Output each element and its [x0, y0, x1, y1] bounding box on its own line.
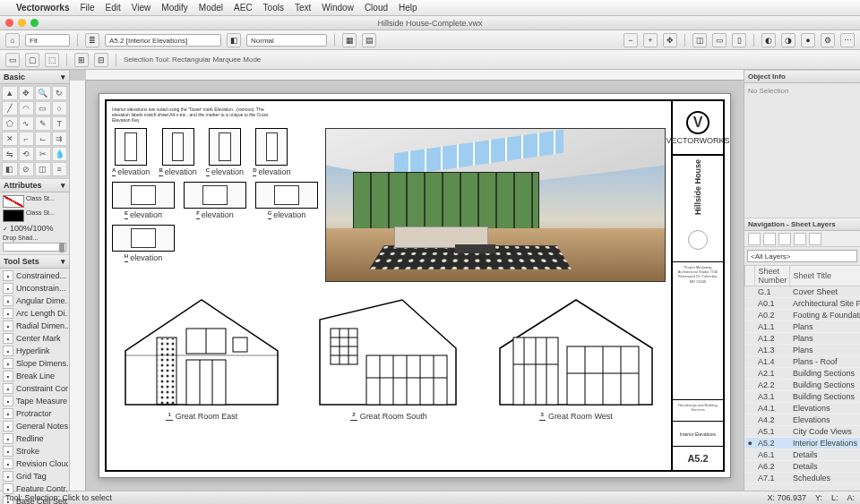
sheet-layer-row[interactable]: A1.3Plans: [745, 345, 861, 356]
vis-cell[interactable]: [745, 473, 755, 484]
fillet-tool[interactable]: ⌐: [19, 132, 35, 146]
elevation-1[interactable]: 1Great Room East: [116, 293, 287, 421]
fit-selector[interactable]: Fit: [25, 34, 70, 47]
align-tool[interactable]: ≡: [52, 162, 68, 176]
attr-tool[interactable]: ◧: [2, 162, 18, 176]
vis-cell[interactable]: [745, 461, 755, 473]
line-tool[interactable]: ╱: [2, 101, 18, 115]
canvas-viewport[interactable]: Interior elevations are noted using the …: [86, 81, 744, 491]
toolsets-header[interactable]: Tool Sets▾: [0, 254, 69, 269]
toolset-item[interactable]: •Arc Length Di...: [1, 307, 68, 320]
view-top-button[interactable]: ▭: [712, 33, 727, 47]
toolset-item[interactable]: •Slope Dimens...: [1, 357, 68, 370]
toolset-item[interactable]: •Revision Cloud: [1, 457, 68, 470]
drop-shadow-select[interactable]: Drop Shad...: [3, 235, 66, 241]
vis-cell[interactable]: [745, 345, 755, 356]
menu-tools[interactable]: Tools: [263, 3, 284, 13]
nav-filter-select[interactable]: <All Layers>: [747, 250, 857, 262]
collapse-icon[interactable]: ▾: [61, 181, 65, 190]
sheet-layer-row[interactable]: A0.2Footing & Foundation Pl...: [745, 310, 861, 321]
toolset-item[interactable]: •Redline: [1, 432, 68, 445]
render-btn-2[interactable]: ◑: [781, 33, 796, 47]
close-icon[interactable]: [5, 19, 13, 27]
sheet-layer-row[interactable]: A7.1Schedules: [745, 473, 861, 484]
sheet-layer-row[interactable]: A3.1Building Sections: [745, 391, 861, 403]
sheet-layer-row[interactable]: A4.1Elevations: [745, 403, 861, 414]
navigation-header[interactable]: Navigation - Sheet Layers: [744, 218, 860, 231]
toolset-item[interactable]: •Radial Dimen...: [1, 320, 68, 332]
zoom-tool[interactable]: 🔍: [35, 86, 51, 100]
col-vis[interactable]: [745, 266, 755, 286]
nav-btn-3[interactable]: [778, 233, 791, 245]
more-button[interactable]: ⋯: [840, 33, 855, 47]
toolset-item[interactable]: •Hyperlink: [1, 345, 68, 357]
circle-tool[interactable]: ○: [52, 101, 68, 115]
vis-cell[interactable]: [745, 321, 755, 333]
sheet-layer-row[interactable]: A6.1Details: [745, 449, 861, 461]
menu-modify[interactable]: Modify: [161, 3, 187, 13]
sheet-layer-row[interactable]: A2.1Building Sections: [745, 368, 861, 380]
vis-cell[interactable]: [745, 368, 755, 380]
legend-item-C[interactable]: Celevation: [206, 128, 244, 176]
rotate-tool[interactable]: ⟲: [19, 147, 35, 161]
mode-btn-1[interactable]: ▭: [5, 53, 20, 67]
sheet-layer-row[interactable]: A2.2Building Sections: [745, 380, 861, 391]
toolset-item[interactable]: •Constrained...: [1, 269, 68, 282]
pen-swatch[interactable]: [3, 209, 24, 222]
layer-button[interactable]: ≣: [85, 33, 99, 47]
offset-tool[interactable]: ⇉: [52, 132, 68, 146]
sheet-layer[interactable]: Interior elevations are noted using the …: [99, 93, 731, 478]
menu-cloud[interactable]: Cloud: [365, 3, 388, 13]
menu-model[interactable]: Model: [199, 3, 223, 13]
view-iso-button[interactable]: ◫: [692, 33, 707, 47]
zoom-out-button[interactable]: −: [624, 33, 638, 47]
attributes-palette-header[interactable]: Attributes▾: [0, 178, 69, 192]
home-button[interactable]: ⌂: [5, 33, 20, 47]
fill-swatch[interactable]: [3, 195, 24, 208]
nav-btn-4[interactable]: [794, 233, 806, 245]
mode-btn-5[interactable]: ⊟: [94, 53, 108, 67]
nav-btn-1[interactable]: [748, 233, 761, 245]
pan-button[interactable]: ✥: [663, 33, 677, 47]
maximize-icon[interactable]: [30, 19, 39, 27]
menu-window[interactable]: Window: [322, 3, 354, 13]
sheet-layer-row[interactable]: A1.4Plans - Roof: [745, 356, 861, 368]
toolset-item[interactable]: •Constraint Com...: [1, 382, 68, 395]
freehand-tool[interactable]: ✎: [35, 116, 51, 131]
vis-cell[interactable]: [745, 403, 755, 414]
class-style-select[interactable]: Class St...: [26, 195, 66, 208]
clip-tool[interactable]: ◫: [35, 162, 51, 176]
render-btn-1[interactable]: ◐: [761, 33, 776, 47]
sheet-layer-row[interactable]: A4.2Elevations: [745, 414, 861, 426]
vis-cell[interactable]: [745, 380, 755, 391]
legend-item-A[interactable]: Aelevation: [112, 128, 150, 176]
flyover-tool[interactable]: ↻: [52, 86, 68, 100]
vis-cell[interactable]: [745, 310, 755, 321]
nav-btn-2[interactable]: [763, 233, 776, 245]
toolset-item[interactable]: •Center Mark: [1, 332, 68, 345]
menu-file[interactable]: File: [80, 3, 94, 13]
interior-render-viewport[interactable]: [325, 128, 666, 282]
selection-tool[interactable]: ▲: [2, 86, 18, 100]
vis-cell[interactable]: [745, 426, 755, 438]
mode-btn-4[interactable]: ⊞: [74, 53, 89, 67]
polyline-tool[interactable]: ∿: [19, 116, 35, 131]
collapse-icon[interactable]: ▾: [61, 73, 65, 81]
class-style-select-2[interactable]: Class St...: [26, 209, 66, 222]
sheet-layer-row[interactable]: A1.1Plans: [745, 321, 861, 333]
vis-cell[interactable]: [745, 333, 755, 345]
app-name[interactable]: Vectorworks: [16, 3, 69, 13]
vis-cell[interactable]: [745, 449, 755, 461]
mode-btn-3[interactable]: ⬚: [45, 53, 59, 67]
render-selector[interactable]: Normal: [246, 34, 327, 47]
vis-cell[interactable]: [745, 391, 755, 403]
zoom-in-button[interactable]: +: [643, 33, 658, 47]
lineweight-slider[interactable]: [3, 243, 66, 252]
legend-item-D[interactable]: Delevation: [253, 128, 290, 176]
nav-btn-5[interactable]: [809, 233, 821, 245]
settings-icon[interactable]: ⚙: [821, 33, 835, 47]
sheet-layer-row[interactable]: A0.1Architectural Site Plan: [745, 298, 861, 310]
collapse-icon[interactable]: ▾: [61, 257, 65, 266]
sheet-layer-row[interactable]: A5.1City Code Views: [745, 426, 861, 438]
sheet-layer-row[interactable]: G.1Cover Sheet: [745, 286, 861, 298]
